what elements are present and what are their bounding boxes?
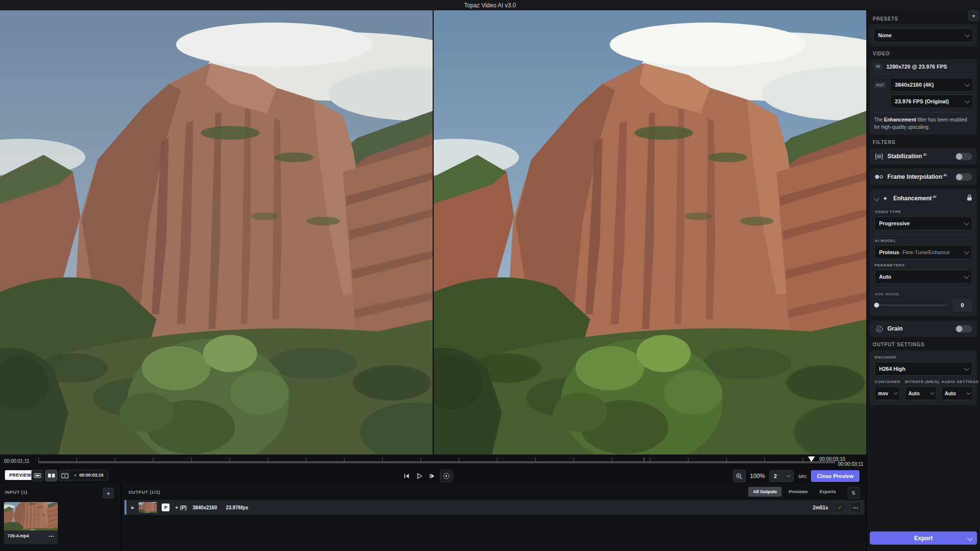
frame-marker <box>644 457 644 461</box>
output-section: OUTPUT (1/1) All Outputs Previews Export… <box>122 484 866 551</box>
playhead-marker[interactable] <box>808 456 815 462</box>
settings-panel: PRESETS + None VIDEO IN 1280x720 @ 23.97… <box>866 10 980 551</box>
video-pane-enhanced[interactable] <box>434 10 866 455</box>
play-icon[interactable]: ▶ <box>131 505 134 510</box>
preset-select[interactable]: None <box>874 28 973 42</box>
tab-all-outputs[interactable]: All Outputs <box>748 487 782 497</box>
sort-button[interactable]: ⇅ <box>848 487 859 499</box>
playback-toolbar: PREVIEW ▼ 00:00:03;10 <box>0 468 866 484</box>
bitrate-label: BITRATE (MB/S) <box>905 380 936 384</box>
close-preview-button[interactable]: Close Preview <box>811 470 859 482</box>
output-resolution-value: 3840x2160 (4K) <box>895 82 934 88</box>
scrub-bar[interactable] <box>38 461 835 463</box>
chevron-down-icon <box>964 365 969 371</box>
plus-icon: + <box>106 490 110 497</box>
output-fps-value: 23.976 FPS (Original) <box>895 98 949 104</box>
tab-previews[interactable]: Previews <box>784 487 812 497</box>
enhancement-note: The Enhancement filter has been enabled … <box>874 117 973 131</box>
input-filename: 720-4.mp4 <box>7 533 29 538</box>
filter-frame-interpolation[interactable]: Frame InterpolationAI <box>870 168 977 185</box>
chevron-down-icon <box>874 195 879 201</box>
container-value: mov <box>878 391 888 396</box>
output-header: OUTPUT (1/1) <box>128 490 160 495</box>
timeline[interactable]: 00:00:01;11 00:00:03;10 00:00:03;11 <box>0 455 866 468</box>
encoder-value: H264 High <box>879 366 906 372</box>
output-fps-select[interactable]: 23.976 FPS (Original) <box>890 95 973 108</box>
container-select[interactable]: mov <box>875 386 900 400</box>
add-noise-slider[interactable] <box>875 305 948 306</box>
done-check-button[interactable]: ✓ <box>834 502 846 513</box>
step-back-button[interactable] <box>402 471 412 481</box>
output-tabs: All Outputs Previews Exports <box>748 487 841 497</box>
timecode-value: 00:00:03;10 <box>79 473 103 478</box>
out-badge: OUT <box>874 82 886 88</box>
parameters-value: Auto <box>879 274 891 280</box>
chevron-down-icon <box>964 273 969 279</box>
input-thumbnail-card[interactable]: 720-4.mp4 ••• <box>4 502 58 544</box>
check-icon: ✓ <box>837 504 842 511</box>
topaz-video-ai-window: Topaz Video AI v3.0 PRESETS + None VIDEO… <box>0 0 980 551</box>
title-bar: Topaz Video AI v3.0 <box>0 0 980 10</box>
tab-exports[interactable]: Exports <box>814 487 841 497</box>
step-forward-button[interactable] <box>427 471 437 481</box>
selection-accent-bar <box>124 500 126 515</box>
preview-length-select[interactable]: 2 <box>769 470 794 482</box>
video-type-label: VIDEO TYPE <box>875 210 972 214</box>
zoom-in-button[interactable] <box>733 470 746 482</box>
output-row[interactable]: ▶ P ✦ (P) 3840x2160 23.976fps 2m51s ✓ ••… <box>124 500 864 515</box>
bitrate-select[interactable]: Auto <box>905 386 936 400</box>
timeline-ruler[interactable] <box>38 457 835 464</box>
filter-stabilization[interactable]: StabilizationAI <box>870 148 977 165</box>
video-type-select[interactable]: Progressive <box>875 216 972 230</box>
filter-label: StabilizationAI <box>887 153 927 160</box>
split-view-icon <box>61 473 69 479</box>
add-noise-value[interactable]: 0 <box>953 299 972 311</box>
audio-settings-value: Auto <box>945 391 956 396</box>
audio-settings-select[interactable]: Auto <box>941 386 973 400</box>
add-preset-button[interactable]: + <box>968 10 979 21</box>
grain-toggle[interactable] <box>956 325 972 333</box>
frame-interpolation-toggle[interactable] <box>956 173 972 181</box>
chevron-down-icon <box>965 81 970 87</box>
ellipsis-icon: ••• <box>853 505 858 510</box>
zoom-level[interactable]: 100% <box>750 473 765 479</box>
export-button[interactable]: Export <box>870 531 977 545</box>
row-more-button[interactable]: ••• <box>850 502 861 513</box>
video-card: IN 1280x720 @ 23.976 FPS OUT 3840x2160 (… <box>870 59 977 135</box>
chevron-down-icon <box>966 390 970 394</box>
lock-icon[interactable] <box>967 194 972 203</box>
end-timecode: 00:00:03;11 <box>838 461 863 467</box>
render-duration: 2m51s <box>813 505 828 510</box>
parameters-select[interactable]: Auto <box>875 270 972 284</box>
loop-playback-button[interactable] <box>440 470 453 482</box>
timecode-chip[interactable]: ▼ 00:00:03;10 <box>69 470 108 480</box>
preview-length-value: 2 <box>774 473 777 479</box>
preset-value: None <box>878 32 892 38</box>
ai-model-name: Proteus <box>879 249 899 255</box>
add-input-button[interactable]: + <box>103 488 114 499</box>
side-by-side-view-button[interactable] <box>45 470 57 481</box>
ai-model-label: AI MODEL <box>875 239 972 243</box>
output-settings-header: OUTPUT SETTINGS <box>873 342 974 347</box>
play-button[interactable] <box>415 471 424 481</box>
files-panel: INPUT (1) + 720-4.mp4 ••• OUTPUT (1/1) A… <box>0 484 866 551</box>
more-icon[interactable]: ••• <box>49 534 54 538</box>
slider-knob[interactable] <box>874 303 879 308</box>
zoom-controls: 100% 2 sec Close Preview <box>733 470 859 482</box>
video-header: VIDEO <box>873 51 974 56</box>
encoder-select[interactable]: H264 High <box>875 362 972 376</box>
side-by-side-icon <box>48 473 55 478</box>
presets-card: None <box>870 24 977 46</box>
magnifier-plus-icon <box>736 473 742 479</box>
single-view-button[interactable] <box>31 470 44 481</box>
video-pane-original[interactable] <box>0 10 433 455</box>
chevron-down-icon <box>965 32 970 37</box>
divider <box>875 234 972 235</box>
enhancement-header[interactable]: ✦ EnhancementAI <box>875 194 972 203</box>
divider <box>875 287 972 288</box>
stabilization-toggle[interactable] <box>956 153 972 160</box>
chevron-down-icon <box>894 390 898 394</box>
output-resolution-select[interactable]: 3840x2160 (4K) <box>890 78 973 92</box>
filter-grain[interactable]: Grain <box>870 320 977 337</box>
ai-model-select[interactable]: Proteus - Fine-Tune/Enhance <box>875 245 972 259</box>
